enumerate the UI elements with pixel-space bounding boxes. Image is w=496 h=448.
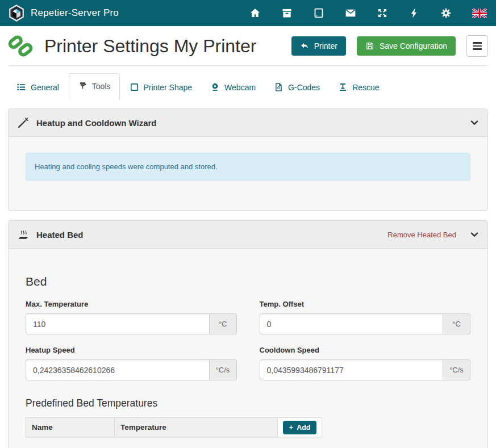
field-label: Max. Temperature (26, 300, 237, 308)
printer-button[interactable]: Printer (291, 36, 346, 56)
table-header-row: Name Temperature + Add (26, 418, 322, 437)
page-title: Printer Settings My Printer (44, 36, 256, 57)
heated-bed-panel-title: Heated Bed (36, 230, 84, 240)
heated-bed-icon (17, 228, 30, 241)
tab-label: G-Codes (288, 83, 320, 92)
navbar-icon-menu (249, 7, 487, 19)
menu-button[interactable] (466, 35, 488, 57)
max-temperature-input[interactable] (26, 313, 210, 334)
heatup-speed-input[interactable] (26, 359, 210, 380)
unit-addon: °C/s (210, 359, 237, 380)
tab-general[interactable]: General (8, 76, 68, 99)
brand-name: Repetier-Server Pro (31, 7, 119, 19)
cooldown-speed-input[interactable] (260, 359, 444, 380)
brand[interactable]: Repetier-Server Pro (8, 5, 119, 22)
tablet-icon[interactable] (313, 7, 324, 19)
tab-webcam[interactable]: Webcam (202, 76, 264, 99)
wizard-panel-title: Heatup and Cooldown Wizard (36, 118, 157, 128)
add-column-cell: + Add (278, 418, 322, 437)
tab-g-codes[interactable]: G G-Codes (265, 76, 328, 99)
printer-box-icon[interactable] (281, 7, 293, 19)
column-header-temperature: Temperature (115, 418, 278, 437)
field-label: Temp. Offset (260, 300, 471, 308)
save-button-label: Save Configuration (380, 41, 447, 51)
add-button-label: Add (297, 424, 310, 432)
tab-label: Printer Shape (144, 83, 193, 92)
tab-tools[interactable]: Tools (69, 73, 120, 99)
tab-rescue[interactable]: Rescue (330, 76, 387, 99)
tab-label: General (31, 83, 59, 92)
chain-link-icon (8, 34, 33, 58)
back-arrow-icon (300, 41, 309, 51)
predefined-temperatures-table: Name Temperature + Add (26, 417, 322, 437)
webcam-icon (210, 82, 220, 92)
bed-settings-form: Max. Temperature °C Temp. Offset °C Heat… (26, 300, 470, 380)
remove-heated-bed-link[interactable]: Remove Heated Bed (387, 231, 456, 239)
save-icon (365, 41, 374, 51)
heated-bed-panel: Heated Bed Remove Heated Bed Bed Max. Te… (8, 220, 488, 448)
settings-tab-bar: General Tools Printer Shape Webcam G G-C… (8, 73, 488, 99)
magic-wand-icon (17, 116, 30, 129)
unit-addon: °C/s (443, 359, 470, 380)
plus-icon: + (289, 424, 294, 431)
chevron-down-icon[interactable] (470, 230, 479, 239)
wizard-panel-body: Heating and cooling speeds were computed… (9, 137, 487, 210)
expand-icon[interactable] (377, 7, 388, 19)
add-temperature-button[interactable]: + Add (283, 421, 317, 434)
wizard-panel-header[interactable]: Heatup and Cooldown Wizard (9, 109, 487, 137)
field-label: Cooldown Speed (260, 346, 471, 354)
info-alert: Heating and cooling speeds were computed… (26, 153, 470, 181)
page-header: Printer Settings My Printer Printer Save… (0, 26, 496, 58)
bolt-icon[interactable] (409, 7, 420, 19)
save-configuration-button[interactable]: Save Configuration (357, 36, 456, 56)
header-divider (8, 65, 488, 66)
field-cooldown-speed: Cooldown Speed °C/s (260, 346, 471, 380)
heatup-cooldown-wizard-panel: Heatup and Cooldown Wizard Heating and c… (8, 108, 488, 211)
bed-section-heading: Bed (26, 275, 470, 288)
svg-text:G: G (277, 86, 280, 90)
field-label: Heatup Speed (26, 346, 237, 354)
tab-label: Rescue (352, 83, 379, 92)
settings-gear-icon[interactable] (440, 7, 452, 19)
gcode-file-icon: G (274, 82, 284, 92)
field-temp-offset: Temp. Offset °C (260, 300, 471, 334)
square-shape-icon (130, 82, 139, 92)
field-heatup-speed: Heatup Speed °C/s (26, 346, 237, 380)
chevron-down-icon[interactable] (470, 118, 479, 127)
repetier-logo-icon (8, 5, 25, 22)
predefined-bed-temperatures-heading: Predefined Bed Temperatures (26, 397, 470, 409)
tab-label: Tools (92, 82, 111, 91)
home-icon[interactable] (249, 7, 261, 19)
printer-button-label: Printer (314, 41, 337, 51)
unit-addon: °C (210, 313, 237, 334)
language-flag-uk-icon[interactable] (472, 9, 487, 18)
rescue-probe-icon (338, 82, 348, 92)
heated-bed-panel-body: Bed Max. Temperature °C Temp. Offset °C … (9, 249, 487, 448)
tab-printer-shape[interactable]: Printer Shape (121, 76, 201, 99)
column-header-name: Name (26, 418, 115, 437)
field-max-temperature: Max. Temperature °C (26, 300, 237, 334)
temp-offset-input[interactable] (260, 313, 444, 334)
mail-icon[interactable] (345, 7, 356, 19)
tab-label: Webcam (224, 83, 256, 92)
extruder-icon (78, 81, 87, 91)
unit-addon: °C (443, 313, 470, 334)
list-icon (16, 82, 26, 92)
top-navbar: Repetier-Server Pro (0, 0, 496, 26)
heated-bed-panel-header[interactable]: Heated Bed Remove Heated Bed (9, 221, 487, 249)
